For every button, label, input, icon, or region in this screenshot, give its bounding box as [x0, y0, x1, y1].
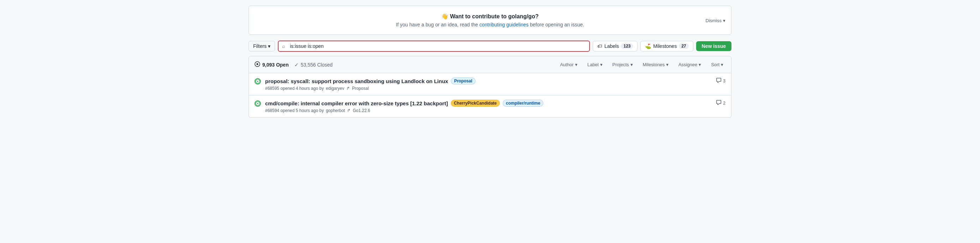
chevron-down-icon: ▾ — [268, 43, 270, 49]
sort-button[interactable]: Sort ▾ — [709, 61, 725, 69]
issues-container: 9,093 Open ✓ 53,556 Closed Author ▾ Labe… — [248, 56, 732, 118]
closed-count[interactable]: ✓ 53,556 Closed — [294, 62, 332, 68]
issue-content: cmd/compile: internal compiler error wit… — [265, 99, 712, 113]
milestone-icon: ⛳ — [645, 43, 651, 49]
svg-point-3 — [257, 80, 258, 82]
contributing-guidelines-link[interactable]: contributing guidelines — [479, 22, 528, 27]
issue-label[interactable]: compiler/runtime — [503, 99, 543, 107]
new-issue-button[interactable]: New issue — [696, 41, 732, 51]
issues-toolbar: Filters ▾ ⌕ 🏷 Labels 123 ⛳ Milestones 27… — [248, 41, 732, 52]
assignee-filter-button[interactable]: Assignee ▾ — [676, 61, 703, 69]
milestone-separator-icon: ↱ — [347, 108, 350, 113]
labels-button[interactable]: 🏷 Labels 123 — [593, 41, 638, 51]
comment-count[interactable]: 2 — [716, 99, 725, 106]
milestone-link[interactable]: Proposal — [352, 86, 369, 91]
author-link[interactable]: edigaryev — [326, 86, 344, 91]
comment-count[interactable]: 3 — [716, 77, 725, 84]
chevron-down-icon: ▾ — [630, 62, 633, 67]
issue-title-row: proposal: syscall: support process sandb… — [265, 77, 712, 85]
dismiss-button[interactable]: Dismiss ▾ — [706, 17, 726, 23]
issues-header-left: 9,093 Open ✓ 53,556 Closed — [255, 61, 332, 68]
search-wrapper: ⌕ — [278, 41, 590, 52]
issue-title-row: cmd/compile: internal compiler error wit… — [265, 99, 712, 107]
issue-row: proposal: syscall: support process sandb… — [249, 73, 731, 95]
open-circle-icon — [255, 61, 260, 68]
issue-right: 2 — [716, 99, 725, 106]
wave-emoji: 👋 — [441, 13, 449, 19]
author-filter-button[interactable]: Author ▾ — [558, 61, 579, 69]
banner-description: If you have a bug or an idea, read the c… — [257, 22, 723, 27]
comment-icon — [716, 77, 722, 84]
chevron-down-icon: ▾ — [575, 62, 578, 67]
issue-title-link[interactable]: cmd/compile: internal compiler error wit… — [265, 100, 448, 106]
check-icon: ✓ — [294, 62, 299, 68]
chevron-down-icon: ▾ — [666, 62, 669, 67]
issue-meta: #68595 opened 4 hours ago by edigaryev ↱… — [265, 86, 712, 91]
banner-title: 👋 Want to contribute to golang/go? — [257, 13, 723, 20]
chevron-down-icon: ▾ — [721, 62, 723, 67]
issue-label[interactable]: Proposal — [451, 77, 475, 85]
issues-header-right: Author ▾ Label ▾ Projects ▾ Milestones ▾… — [558, 61, 725, 69]
issue-label[interactable]: CherryPickCandidate — [451, 99, 500, 107]
issue-meta: #68594 opened 5 hours ago by gopherbot ↱… — [265, 108, 712, 113]
milestones-count-badge: 27 — [679, 43, 689, 49]
issue-row: cmd/compile: internal compiler error wit… — [249, 95, 731, 117]
contribute-banner: Dismiss ▾ 👋 Want to contribute to golang… — [248, 6, 732, 35]
label-tag-icon: 🏷 — [597, 43, 602, 49]
milestone-link[interactable]: Go1.22.6 — [353, 108, 370, 113]
search-input[interactable] — [278, 41, 589, 51]
milestones-button[interactable]: ⛳ Milestones 27 — [640, 41, 693, 51]
author-link[interactable]: gopherbot — [326, 108, 345, 113]
search-icon: ⌕ — [282, 43, 285, 49]
issue-content: proposal: syscall: support process sandb… — [265, 77, 712, 91]
milestones-filter-button[interactable]: Milestones ▾ — [641, 61, 671, 69]
comment-icon — [716, 99, 722, 106]
milestone-separator-icon: ↱ — [346, 86, 350, 91]
svg-point-5 — [257, 103, 258, 104]
projects-filter-button[interactable]: Projects ▾ — [610, 61, 635, 69]
labels-count-badge: 123 — [621, 43, 633, 49]
chevron-down-icon: ▾ — [600, 62, 603, 67]
issue-title-link[interactable]: proposal: syscall: support process sandb… — [265, 78, 448, 84]
label-filter-button[interactable]: Label ▾ — [585, 61, 605, 69]
issue-open-icon — [255, 100, 261, 107]
issues-header: 9,093 Open ✓ 53,556 Closed Author ▾ Labe… — [249, 56, 731, 73]
chevron-down-icon: ▾ — [723, 17, 725, 23]
chevron-down-icon: ▾ — [698, 62, 701, 67]
filters-button[interactable]: Filters ▾ — [248, 41, 275, 51]
issue-open-icon — [255, 78, 261, 85]
svg-point-1 — [257, 63, 258, 65]
open-count: 9,093 Open — [255, 61, 289, 68]
issue-right: 3 — [716, 77, 725, 84]
